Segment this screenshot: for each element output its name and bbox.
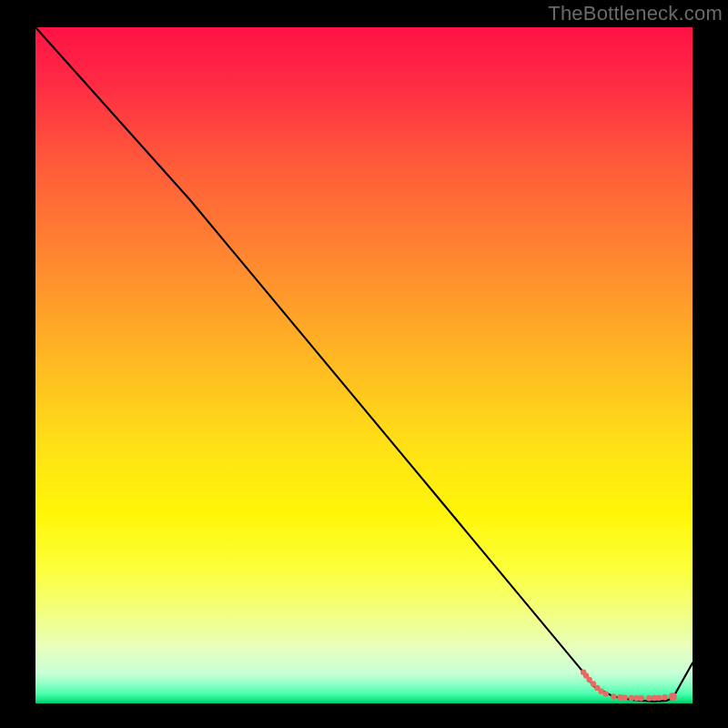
highlight-dot (629, 695, 634, 701)
highlight-dot (622, 694, 627, 700)
highlight-dot (669, 693, 677, 701)
highlight-dot (638, 695, 643, 701)
chart-container: TheBottleneck.com (0, 0, 728, 728)
highlight-dot (603, 691, 609, 696)
plot-background (35, 27, 693, 703)
highlight-dot (646, 695, 652, 701)
highlight-dot (611, 693, 616, 699)
highlight-dot (662, 694, 667, 700)
highlight-dot (656, 695, 662, 701)
bottleneck-chart (0, 0, 728, 728)
